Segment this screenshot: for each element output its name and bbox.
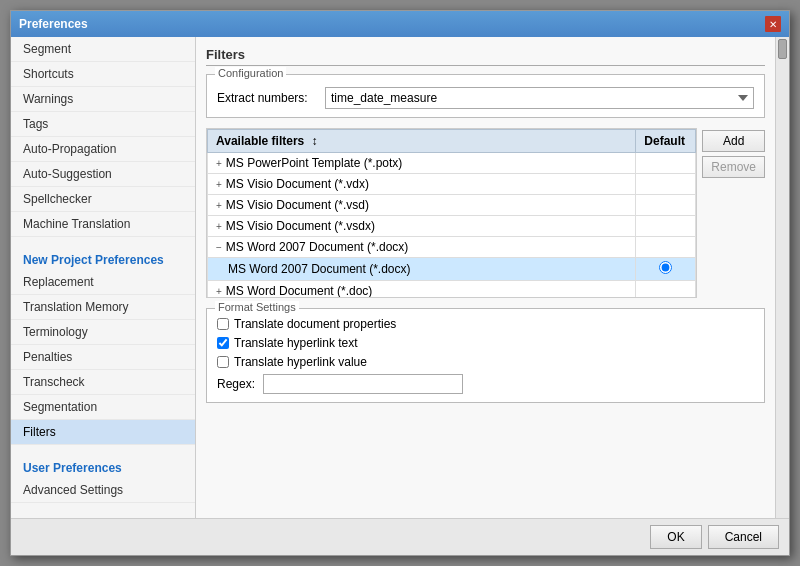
- section-title: Filters: [206, 47, 765, 66]
- extract-select[interactable]: time_date_measure all none: [325, 87, 754, 109]
- collapse-icon: −: [216, 242, 222, 253]
- expand-icon: +: [216, 158, 222, 169]
- sidebar-item-machine-translation[interactable]: Machine Translation: [11, 212, 195, 237]
- translate-hyperlink-value-row: Translate hyperlink value: [217, 355, 754, 369]
- extract-numbers-row: Extract numbers: time_date_measure all n…: [217, 87, 754, 109]
- dialog-footer: OK Cancel: [11, 518, 789, 555]
- sidebar-item-shortcuts[interactable]: Shortcuts: [11, 62, 195, 87]
- translate-hyperlink-text-row: Translate hyperlink text: [217, 336, 754, 350]
- close-button[interactable]: ✕: [765, 16, 781, 32]
- regex-input[interactable]: [263, 374, 463, 394]
- expand-icon: +: [216, 179, 222, 190]
- format-settings-label: Format Settings: [215, 301, 299, 313]
- col-default: Default: [636, 130, 696, 153]
- main-scrollbar[interactable]: [775, 37, 789, 518]
- translate-doc-props-label: Translate document properties: [234, 317, 396, 331]
- format-settings-box: Format Settings Translate document prope…: [206, 308, 765, 403]
- col-available-filters[interactable]: Available filters ↕: [208, 130, 636, 153]
- sidebar-item-terminology[interactable]: Terminology: [11, 320, 195, 345]
- table-row-highlighted[interactable]: MS Word 2007 Document (*.docx): [208, 258, 696, 281]
- table-row[interactable]: +MS Visio Document (*.vdx): [208, 174, 696, 195]
- regex-label: Regex:: [217, 377, 255, 391]
- translate-doc-props-row: Translate document properties: [217, 317, 754, 331]
- sidebar-item-transcheck[interactable]: Transcheck: [11, 370, 195, 395]
- filters-table-scroll[interactable]: Available filters ↕ Default +MS PowerPoi…: [206, 128, 697, 298]
- sidebar-item-advanced-settings[interactable]: Advanced Settings: [11, 478, 195, 503]
- table-row[interactable]: +MS Visio Document (*.vsdx): [208, 216, 696, 237]
- translate-doc-props-checkbox[interactable]: [217, 318, 229, 330]
- sort-icon: ↕: [312, 134, 318, 148]
- default-radio[interactable]: [659, 261, 672, 274]
- add-button[interactable]: Add: [702, 130, 765, 152]
- table-row[interactable]: −MS Word 2007 Document (*.docx): [208, 237, 696, 258]
- sidebar-item-spellchecker[interactable]: Spellchecker: [11, 187, 195, 212]
- scrollbar-thumb[interactable]: [778, 39, 787, 59]
- dialog-titlebar: Preferences ✕: [11, 11, 789, 37]
- table-row[interactable]: +MS PowerPoint Template (*.potx): [208, 153, 696, 174]
- dialog-title: Preferences: [19, 17, 88, 31]
- sidebar-item-segmentation[interactable]: Segmentation: [11, 395, 195, 420]
- translate-hyperlink-text-label: Translate hyperlink text: [234, 336, 358, 350]
- config-box-label: Configuration: [215, 67, 286, 79]
- sidebar-item-auto-suggestion[interactable]: Auto-Suggestion: [11, 162, 195, 187]
- remove-button[interactable]: Remove: [702, 156, 765, 178]
- expand-icon: +: [216, 286, 222, 297]
- sidebar-item-segment[interactable]: Segment: [11, 37, 195, 62]
- sidebar-item-tags[interactable]: Tags: [11, 112, 195, 137]
- regex-row: Regex:: [217, 374, 754, 394]
- config-box: Configuration Extract numbers: time_date…: [206, 74, 765, 118]
- expand-icon: +: [216, 221, 222, 232]
- dialog-body: Segment Shortcuts Warnings Tags Auto-Pro…: [11, 37, 789, 518]
- filters-table: Available filters ↕ Default +MS PowerPoi…: [207, 129, 696, 298]
- table-row[interactable]: +MS Word Document (*.doc): [208, 281, 696, 299]
- sidebar-item-filters[interactable]: Filters: [11, 420, 195, 445]
- cancel-button[interactable]: Cancel: [708, 525, 779, 549]
- sidebar-item-warnings[interactable]: Warnings: [11, 87, 195, 112]
- new-project-section-header: New Project Preferences: [11, 247, 195, 270]
- sidebar-item-penalties[interactable]: Penalties: [11, 345, 195, 370]
- preferences-dialog: Preferences ✕ Segment Shortcuts Warnings…: [10, 10, 790, 556]
- translate-hyperlink-text-checkbox[interactable]: [217, 337, 229, 349]
- sidebar-item-replacement[interactable]: Replacement: [11, 270, 195, 295]
- table-row[interactable]: +MS Visio Document (*.vsd): [208, 195, 696, 216]
- translate-hyperlink-value-label: Translate hyperlink value: [234, 355, 367, 369]
- extract-label: Extract numbers:: [217, 91, 317, 105]
- user-prefs-section-header: User Preferences: [11, 455, 195, 478]
- sidebar-item-translation-memory[interactable]: Translation Memory: [11, 295, 195, 320]
- filters-table-wrapper: Available filters ↕ Default +MS PowerPoi…: [206, 128, 765, 298]
- sidebar: Segment Shortcuts Warnings Tags Auto-Pro…: [11, 37, 196, 518]
- main-content: Filters Configuration Extract numbers: t…: [196, 37, 775, 518]
- expand-icon: +: [216, 200, 222, 211]
- translate-hyperlink-value-checkbox[interactable]: [217, 356, 229, 368]
- sidebar-item-auto-propagation[interactable]: Auto-Propagation: [11, 137, 195, 162]
- ok-button[interactable]: OK: [650, 525, 701, 549]
- table-actions: Add Remove: [702, 128, 765, 298]
